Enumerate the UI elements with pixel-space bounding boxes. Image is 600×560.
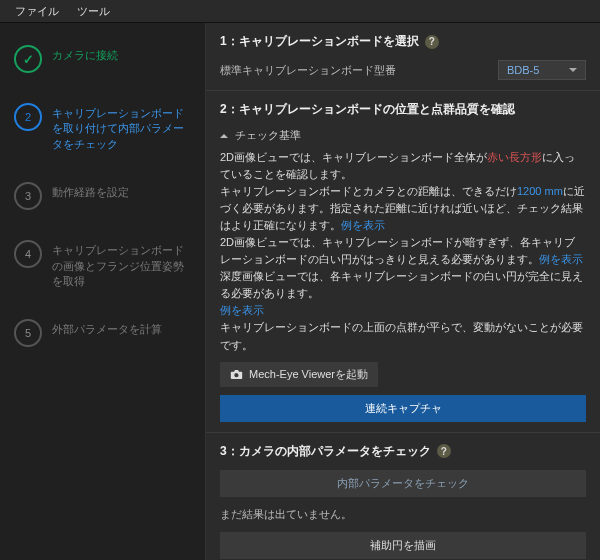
dropdown-value: BDB-5 [507, 64, 539, 76]
draw-circles-button[interactable]: 補助円を描画 [220, 532, 586, 559]
example-link[interactable]: 例を表示 [341, 219, 385, 231]
text: キャリブレーションボードとカメラとの距離は、できるだけ [220, 185, 517, 197]
check-icon [14, 45, 42, 73]
step-label: 外部パラメータを計算 [52, 319, 162, 337]
section-1-select-board: 1：キャリブレーションボードを選択 ? 標準キャリブレーションボード型番 BDB… [206, 23, 600, 91]
status-text: まだ結果は出ていません。 [220, 507, 586, 522]
section-3-intrinsics: 3：カメラの内部パラメータをチェック ? 内部パラメータをチェック まだ結果は出… [206, 433, 600, 560]
step-1-connect-camera[interactable]: カメラに接続 [0, 37, 205, 81]
section-2-check-board: 2：キャリブレーションボードの位置と点群品質を確認 チェック基準 2D画像ビュー… [206, 91, 600, 433]
menu-file[interactable]: ファイル [6, 4, 68, 19]
chevron-down-icon [569, 68, 577, 76]
main-body: カメラに接続 2 キャリブレーションボードを取り付けて内部パラメータをチェック … [0, 23, 600, 560]
example-link[interactable]: 例を表示 [220, 304, 264, 316]
check-intrinsics-button[interactable]: 内部パラメータをチェック [220, 470, 586, 497]
help-icon[interactable]: ? [437, 444, 451, 458]
step-label: 動作経路を設定 [52, 182, 129, 200]
launch-mech-eye-button[interactable]: Mech-Eye Viewerを起動 [220, 362, 378, 387]
caret-up-icon [220, 130, 228, 138]
section-title: 1：キャリブレーションボードを選択 ? [220, 33, 586, 50]
highlight-link: 1200 mm [517, 185, 563, 197]
section-title-text: 3：カメラの内部パラメータをチェック [220, 443, 431, 460]
step-number-icon: 5 [14, 319, 42, 347]
button-label: Mech-Eye Viewerを起動 [249, 367, 368, 382]
step-2-calibration-board[interactable]: 2 キャリブレーションボードを取り付けて内部パラメータをチェック [0, 95, 205, 160]
step-3-path[interactable]: 3 動作経路を設定 [0, 174, 205, 218]
check-criteria-body: 2D画像ビューでは、キャリブレーションボード全体が赤い長方形に入っていることを確… [220, 149, 586, 354]
step-4-flange[interactable]: 4 キャリブレーションボードの画像とフランジ位置姿勢を取得 [0, 232, 205, 297]
board-model-dropdown[interactable]: BDB-5 [498, 60, 586, 80]
text: 2D画像ビューでは、キャリブレーションボード全体が [220, 151, 487, 163]
step-label: キャリブレーションボードを取り付けて内部パラメータをチェック [52, 103, 193, 152]
step-number-icon: 2 [14, 103, 42, 131]
text: キャリブレーションボードの上面の点群が平らで、変動がないことが必要です。 [220, 321, 583, 350]
section-title: 3：カメラの内部パラメータをチェック ? [220, 443, 586, 460]
step-label: カメラに接続 [52, 45, 118, 63]
highlight-red: 赤い長方形 [487, 151, 542, 163]
section-title-text: 2：キャリブレーションボードの位置と点群品質を確認 [220, 101, 515, 118]
step-number-icon: 3 [14, 182, 42, 210]
section-title-text: 1：キャリブレーションボードを選択 [220, 33, 419, 50]
main-panel: 1：キャリブレーションボードを選択 ? 標準キャリブレーションボード型番 BDB… [206, 23, 600, 560]
text: 2D画像ビューでは、キャリブレーションボードが暗すぎず、各キャリブレーションボー… [220, 236, 575, 265]
help-icon[interactable]: ? [425, 35, 439, 49]
sidebar: カメラに接続 2 キャリブレーションボードを取り付けて内部パラメータをチェック … [0, 23, 206, 560]
camera-icon [230, 369, 243, 380]
example-link[interactable]: 例を表示 [539, 253, 583, 265]
menu-tool[interactable]: ツール [68, 4, 119, 19]
text: 深度画像ビューでは、各キャリブレーションボードの白い円が完全に見える必要がありま… [220, 270, 583, 299]
check-criteria-label: チェック基準 [235, 129, 301, 141]
step-number-icon: 4 [14, 240, 42, 268]
step-label: キャリブレーションボードの画像とフランジ位置姿勢を取得 [52, 240, 193, 289]
step-5-extrinsic[interactable]: 5 外部パラメータを計算 [0, 311, 205, 355]
model-label: 標準キャリブレーションボード型番 [220, 63, 396, 78]
menu-bar: ファイル ツール [0, 0, 600, 23]
model-row: 標準キャリブレーションボード型番 BDB-5 [220, 60, 586, 80]
section-title: 2：キャリブレーションボードの位置と点群品質を確認 [220, 101, 586, 118]
continuous-capture-button[interactable]: 連続キャプチャ [220, 395, 586, 422]
check-criteria-header[interactable]: チェック基準 [220, 128, 586, 143]
